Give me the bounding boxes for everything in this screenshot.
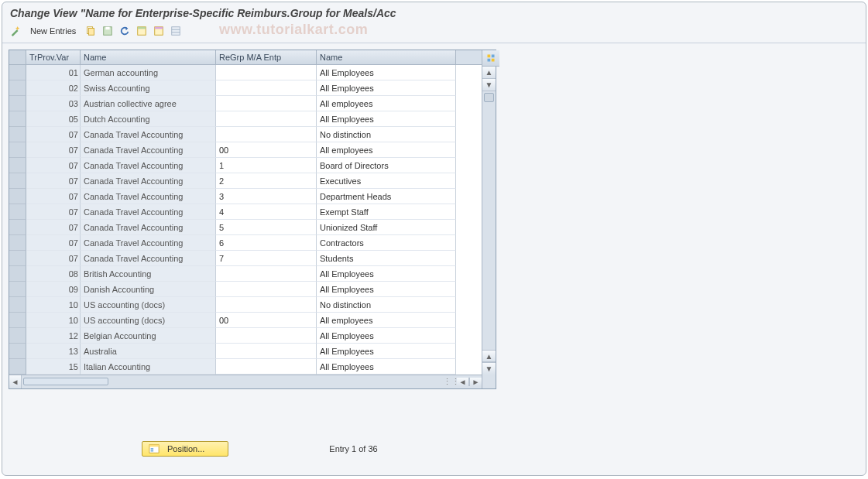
cell-regrp[interactable] bbox=[216, 80, 317, 96]
row-selector[interactable] bbox=[9, 96, 26, 111]
row-selector[interactable] bbox=[9, 158, 26, 173]
cell-name-2[interactable]: Students bbox=[317, 251, 456, 266]
row-selector[interactable] bbox=[9, 111, 26, 127]
cell-regrp[interactable] bbox=[216, 328, 317, 344]
scroll-down-icon[interactable]: ▼ bbox=[482, 79, 496, 91]
table-row[interactable]: 07Canada Travel Accounting6Contractors bbox=[9, 235, 482, 251]
cell-name-2[interactable]: Executives bbox=[317, 173, 456, 189]
cell-name-2[interactable]: All Employees bbox=[317, 328, 456, 344]
col-name-1[interactable]: Name bbox=[81, 50, 216, 64]
cell-name-2[interactable]: All Employees bbox=[317, 359, 456, 375]
cell-name-2[interactable]: All employees bbox=[317, 96, 456, 111]
table-row[interactable]: 07Canada Travel Accounting2Executives bbox=[9, 173, 482, 189]
scroll-up-icon[interactable]: ▲ bbox=[482, 67, 496, 79]
row-selector[interactable] bbox=[9, 313, 26, 328]
cell-regrp[interactable]: 5 bbox=[216, 220, 317, 235]
row-selector[interactable] bbox=[9, 344, 26, 359]
cell-name-2[interactable]: All Employees bbox=[317, 65, 456, 80]
table-row[interactable]: 07Canada Travel Accounting7Students bbox=[9, 251, 482, 266]
cell-regrp[interactable]: 1 bbox=[216, 158, 317, 173]
cell-name-2[interactable]: All Employees bbox=[317, 282, 456, 297]
cell-name-2[interactable]: Board of Directors bbox=[317, 158, 456, 173]
cell-regrp[interactable]: 3 bbox=[216, 189, 317, 204]
col-trprov-var[interactable]: TrProv.Var bbox=[26, 50, 81, 64]
cell-name-2[interactable]: All Employees bbox=[317, 111, 456, 127]
scroll-h-left2-icon[interactable]: ◄ bbox=[457, 378, 469, 386]
cell-name-2[interactable]: All employees bbox=[317, 313, 456, 328]
table-row[interactable]: 12Belgian AccountingAll Employees bbox=[9, 328, 482, 344]
row-selector[interactable] bbox=[9, 297, 26, 313]
table-row[interactable]: 07Canada Travel Accounting5Unionized Sta… bbox=[9, 220, 482, 235]
table-row[interactable]: 07Canada Travel AccountingNo distinction bbox=[9, 127, 482, 142]
table-row[interactable]: 09Danish AccountingAll Employees bbox=[9, 282, 482, 297]
scroll-down2-icon[interactable]: ▼ bbox=[482, 362, 496, 375]
new-entries-button[interactable]: New Entries bbox=[26, 25, 81, 37]
col-name-2[interactable]: Name bbox=[317, 50, 456, 64]
scroll-left-icon[interactable]: ◄ bbox=[9, 375, 22, 388]
row-selector[interactable] bbox=[9, 220, 26, 235]
table-row[interactable]: 08British AccountingAll Employees bbox=[9, 266, 482, 282]
cell-name-2[interactable]: Department Heads bbox=[317, 189, 456, 204]
table-row[interactable]: 07Canada Travel Accounting1Board of Dire… bbox=[9, 158, 482, 173]
horizontal-scrollbar[interactable]: ◄ ⋮⋮ ◄ ► bbox=[9, 375, 482, 388]
vscroll-thumb[interactable] bbox=[484, 93, 494, 102]
row-selector[interactable] bbox=[9, 282, 26, 297]
scroll-right-icon[interactable]: ► bbox=[469, 378, 482, 386]
resize-handle-icon[interactable]: ⋮⋮ bbox=[446, 375, 457, 388]
position-button[interactable]: Position... bbox=[142, 441, 228, 457]
table-row[interactable]: 01German accountingAll Employees bbox=[9, 65, 482, 80]
table-settings-icon[interactable] bbox=[482, 50, 499, 67]
cell-regrp[interactable] bbox=[216, 359, 317, 375]
cell-name-2[interactable]: Unionized Staff bbox=[317, 220, 456, 235]
table-row[interactable]: 07Canada Travel Accounting4Exempt Staff bbox=[9, 204, 482, 220]
cell-regrp[interactable] bbox=[216, 111, 317, 127]
cell-name-2[interactable]: Contractors bbox=[317, 235, 456, 251]
deselect-all-icon[interactable] bbox=[169, 24, 183, 38]
cell-regrp[interactable]: 4 bbox=[216, 204, 317, 220]
cell-regrp[interactable] bbox=[216, 282, 317, 297]
table-row[interactable]: 03Austrian collective agreeAll employees bbox=[9, 96, 482, 111]
scroll-up2-icon[interactable]: ▲ bbox=[482, 350, 496, 362]
cell-regrp[interactable] bbox=[216, 65, 317, 80]
row-selector[interactable] bbox=[9, 189, 26, 204]
table-row[interactable]: 10US accounting (docs)00All employees bbox=[9, 313, 482, 328]
row-selector[interactable] bbox=[9, 65, 26, 80]
col-regrp[interactable]: ReGrp M/A Entp bbox=[216, 50, 317, 64]
row-selector[interactable] bbox=[9, 204, 26, 220]
cell-regrp[interactable]: 2 bbox=[216, 173, 317, 189]
cell-name-2[interactable]: No distinction bbox=[317, 297, 456, 313]
save-variant-icon[interactable] bbox=[101, 24, 115, 38]
row-selector[interactable] bbox=[9, 251, 26, 266]
wand-icon[interactable] bbox=[9, 24, 22, 38]
table-row[interactable]: 02Swiss AccountingAll Employees bbox=[9, 80, 482, 96]
vertical-scrollbar[interactable]: ▲ ▼ ▲ ▼ bbox=[482, 50, 496, 388]
row-selector[interactable] bbox=[9, 359, 26, 375]
table-row[interactable]: 10US accounting (docs)No distinction bbox=[9, 297, 482, 313]
select-block-icon[interactable] bbox=[152, 24, 166, 38]
cell-name-2[interactable]: No distinction bbox=[317, 127, 456, 142]
cell-name-2[interactable]: All Employees bbox=[317, 266, 456, 282]
cell-regrp[interactable]: 7 bbox=[216, 251, 317, 266]
cell-regrp[interactable] bbox=[216, 344, 317, 359]
cell-regrp[interactable] bbox=[216, 266, 317, 282]
row-selector[interactable] bbox=[9, 266, 26, 282]
row-selector[interactable] bbox=[9, 142, 26, 158]
cell-regrp[interactable]: 00 bbox=[216, 142, 317, 158]
hscroll-thumb[interactable] bbox=[23, 378, 108, 385]
cell-regrp[interactable] bbox=[216, 297, 317, 313]
undo-icon[interactable] bbox=[118, 24, 132, 38]
row-selector[interactable] bbox=[9, 173, 26, 189]
row-selector-header[interactable] bbox=[9, 50, 26, 64]
table-row[interactable]: 07Canada Travel Accounting3Department He… bbox=[9, 189, 482, 204]
copy-icon[interactable] bbox=[84, 24, 98, 38]
cell-name-2[interactable]: All employees bbox=[317, 142, 456, 158]
select-all-icon[interactable] bbox=[135, 24, 149, 38]
hscroll-track[interactable] bbox=[22, 375, 446, 388]
table-row[interactable]: 07Canada Travel Accounting00All employee… bbox=[9, 142, 482, 158]
row-selector[interactable] bbox=[9, 235, 26, 251]
cell-regrp[interactable]: 00 bbox=[216, 313, 317, 328]
cell-regrp[interactable]: 6 bbox=[216, 235, 317, 251]
row-selector[interactable] bbox=[9, 127, 26, 142]
row-selector[interactable] bbox=[9, 80, 26, 96]
cell-name-2[interactable]: All Employees bbox=[317, 80, 456, 96]
